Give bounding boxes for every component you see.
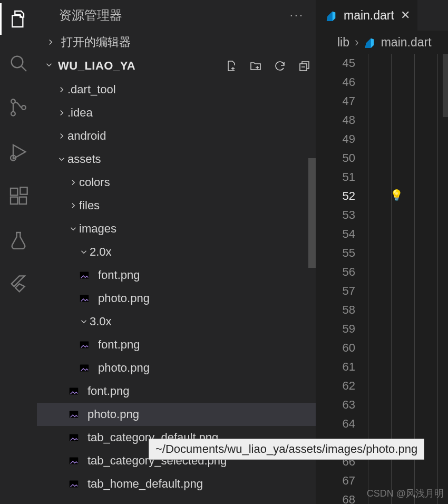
folder-2x[interactable]: 2.0x: [37, 240, 316, 264]
tab-label: main.dart: [344, 8, 394, 23]
chevron-down-icon: [44, 59, 54, 73]
code-line[interactable]: [363, 301, 448, 319]
code-line[interactable]: [363, 395, 448, 414]
code-line[interactable]: [363, 168, 448, 187]
breadcrumb-folder[interactable]: lib: [337, 35, 349, 50]
line-number: 52: [316, 187, 363, 206]
code-line[interactable]: [363, 263, 448, 282]
chevron-down-icon: [56, 154, 67, 164]
flutter-icon[interactable]: [7, 273, 30, 296]
line-number: 56: [316, 263, 363, 282]
open-editors-label: 打开的编辑器: [61, 34, 131, 50]
file-font[interactable]: font.png: [37, 380, 316, 403]
line-number: 45: [316, 54, 363, 73]
file-2x-photo[interactable]: photo.png: [37, 287, 316, 310]
line-number: 67: [316, 471, 363, 490]
folder-images[interactable]: images: [37, 217, 316, 240]
code-line[interactable]: [363, 244, 448, 263]
scrollbar-thumb[interactable]: [308, 158, 316, 268]
line-number: 49: [316, 130, 363, 149]
scrollbar-thumb[interactable]: [443, 54, 448, 117]
chevron-right-icon: [56, 85, 67, 94]
code-line[interactable]: [363, 149, 448, 168]
folder-3x[interactable]: 3.0x: [37, 310, 316, 333]
breadcrumb[interactable]: lib › main.dart: [316, 31, 448, 54]
chevron-down-icon: [78, 317, 90, 326]
line-number: 50: [316, 149, 363, 168]
run-debug-icon[interactable]: [7, 140, 30, 163]
folder-android[interactable]: android: [37, 124, 316, 148]
line-number: 53: [316, 206, 363, 225]
explorer-icon[interactable]: [7, 7, 30, 31]
folder-colors[interactable]: colors: [37, 171, 316, 194]
watermark: CSDN @风浅月明: [367, 487, 444, 500]
collapse-all-icon[interactable]: [298, 60, 310, 72]
code-line[interactable]: [363, 92, 448, 111]
code-content[interactable]: 💡: [363, 54, 448, 504]
new-file-icon[interactable]: [225, 60, 238, 72]
code-line[interactable]: [363, 414, 448, 433]
file-photo[interactable]: photo.png: [37, 403, 316, 426]
code-line[interactable]: [363, 338, 448, 357]
image-file-icon: [67, 408, 80, 421]
line-number: 55: [316, 244, 363, 263]
activity-bar: [0, 0, 37, 504]
code-line[interactable]: [363, 376, 448, 395]
code-line[interactable]: [363, 111, 448, 130]
new-folder-icon[interactable]: [249, 60, 262, 72]
code-line[interactable]: [363, 319, 448, 338]
image-file-icon: [67, 478, 80, 490]
line-number: 62: [316, 376, 363, 395]
extensions-icon[interactable]: [7, 185, 30, 208]
svg-rect-6: [11, 197, 17, 204]
folder-files[interactable]: files: [37, 194, 316, 217]
file-2x-font[interactable]: font.png: [37, 264, 316, 287]
lightbulb-icon[interactable]: 💡: [390, 189, 403, 201]
image-file-icon: [67, 454, 80, 467]
file-3x-photo[interactable]: photo.png: [37, 356, 316, 380]
line-number: 51: [316, 168, 363, 187]
code-line[interactable]: [363, 130, 448, 149]
chevron-down-icon: [67, 224, 79, 234]
line-number: 47: [316, 92, 363, 111]
code-line[interactable]: [363, 73, 448, 92]
code-line[interactable]: [363, 206, 448, 225]
sidebar-title: 资源管理器: [59, 7, 122, 24]
open-editors-section[interactable]: 打开的编辑器: [37, 31, 316, 54]
line-number-gutter: 4546474849505152535455565758596061626364…: [316, 54, 363, 504]
folder-idea[interactable]: .idea: [37, 101, 316, 124]
testing-icon[interactable]: [7, 229, 30, 252]
svg-point-2: [11, 112, 15, 116]
project-actions: [225, 60, 310, 72]
editor-scrollbar[interactable]: [443, 54, 448, 504]
image-file-icon: [78, 292, 91, 305]
file-3x-font[interactable]: font.png: [37, 333, 316, 356]
dart-file-icon: [364, 36, 376, 48]
search-icon[interactable]: [7, 52, 30, 75]
more-actions-icon[interactable]: ···: [290, 8, 304, 22]
refresh-icon[interactable]: [274, 60, 286, 72]
svg-rect-7: [20, 197, 26, 204]
chevron-right-icon: [56, 131, 67, 141]
project-section-header[interactable]: WU_LIAO_YA: [37, 54, 316, 78]
source-control-icon[interactable]: [7, 96, 30, 119]
svg-point-0: [12, 56, 23, 68]
code-line[interactable]: [363, 357, 448, 376]
chevron-right-icon: [56, 108, 67, 118]
chevron-right-icon: [67, 178, 79, 187]
folder-assets[interactable]: assets: [37, 148, 316, 171]
line-number: 68: [316, 490, 363, 504]
image-file-icon: [78, 269, 91, 282]
code-line[interactable]: [363, 54, 448, 73]
code-area[interactable]: 4546474849505152535455565758596061626364…: [316, 54, 448, 504]
code-line[interactable]: [363, 282, 448, 301]
breadcrumb-file[interactable]: main.dart: [381, 35, 432, 50]
tab-main-dart[interactable]: main.dart ✕: [316, 0, 417, 31]
line-number: 57: [316, 282, 363, 301]
line-number: 64: [316, 414, 363, 433]
code-line[interactable]: 💡: [363, 187, 448, 206]
file-tab-home-default[interactable]: tab_home_default.png: [37, 472, 316, 496]
code-line[interactable]: [363, 225, 448, 244]
close-icon[interactable]: ✕: [401, 8, 410, 22]
folder-dart-tool[interactable]: .dart_tool: [37, 78, 316, 101]
